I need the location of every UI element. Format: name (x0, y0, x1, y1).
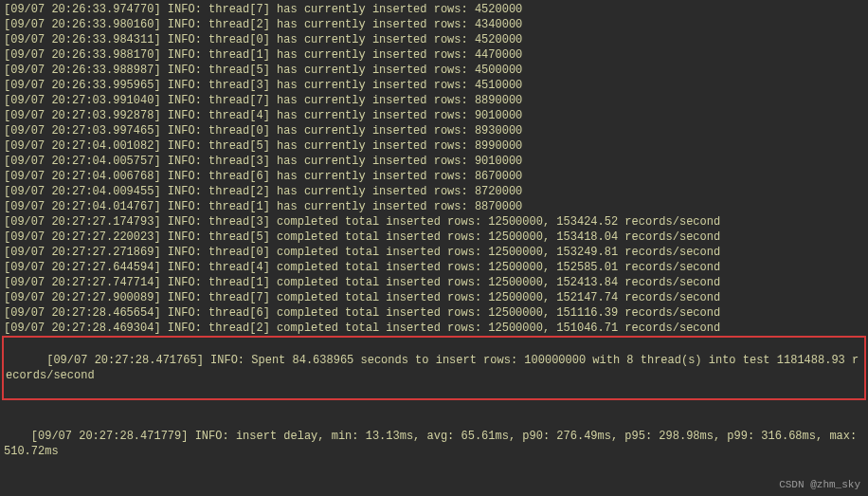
log-line: [09/07 20:27:04.006768] INFO: thread[6] … (4, 169, 864, 184)
thread-label: thread[1] (208, 276, 270, 289)
log-message: has currently inserted rows: 8930000 (277, 124, 522, 138)
watermark-label: CSDN @zhm_sky (779, 477, 860, 492)
log-line: [09/07 20:27:03.997465] INFO: thread[0] … (4, 123, 864, 138)
timestamp: [09/07 20:27:27.900089] (4, 291, 161, 304)
log-level: INFO: (168, 48, 202, 62)
log-message: has currently inserted rows: 4510000 (277, 79, 522, 92)
timestamp: [09/07 20:26:33.984311] (4, 33, 161, 46)
timestamp: [09/07 20:26:33.988987] (4, 64, 161, 77)
timestamp: [09/07 20:27:03.992878] (4, 109, 161, 122)
shell-prompt-line[interactable]: [root@localdomain TDengine-server]# (4, 487, 864, 496)
timestamp: [09/07 20:27:04.006768] (4, 170, 161, 183)
log-message: has currently inserted rows: 8720000 (277, 185, 522, 198)
thread-label: thread[0] (208, 124, 270, 138)
log-line: [09/07 20:27:28.465654] INFO: thread[6] … (4, 305, 864, 321)
timestamp: [09/07 20:27:03.997465] (4, 124, 161, 138)
log-line: [09/07 20:27:03.992878] INFO: thread[4] … (4, 108, 864, 123)
thread-label: thread[5] (208, 139, 270, 153)
log-message: has currently inserted rows: 4340000 (277, 18, 522, 31)
thread-label: thread[7] (208, 3, 270, 16)
log-message: completed total inserted rows: 12500000,… (277, 306, 720, 320)
timestamp: [09/07 20:26:33.995965] (4, 79, 161, 92)
log-level: INFO: (168, 124, 202, 138)
log-line: [09/07 20:27:27.220023] INFO: thread[5] … (4, 230, 864, 245)
thread-label: thread[4] (208, 261, 270, 274)
log-level: INFO: (168, 200, 202, 213)
log-line: [09/07 20:26:33.980160] INFO: thread[2] … (4, 17, 864, 32)
timestamp: [09/07 20:26:33.980160] (4, 18, 161, 31)
thread-label: thread[7] (208, 94, 270, 107)
thread-label: thread[5] (208, 64, 270, 77)
log-line: [09/07 20:26:33.988170] INFO: thread[1] … (4, 47, 864, 63)
log-message: has currently inserted rows: 8670000 (277, 170, 522, 183)
log-level: INFO: (168, 170, 202, 183)
log-level: INFO: (168, 215, 202, 229)
log-level: INFO: (168, 3, 202, 16)
log-level: INFO: (210, 354, 244, 367)
timestamp: [09/07 20:27:27.220023] (4, 230, 161, 244)
log-level: INFO: (168, 18, 202, 31)
log-level: INFO: (168, 261, 202, 274)
thread-label: thread[2] (208, 321, 270, 335)
timestamp: [09/07 20:27:28.471779] (31, 430, 189, 443)
thread-label: thread[2] (208, 18, 270, 31)
timestamp: [09/07 20:27:04.005757] (4, 155, 161, 168)
log-line: [09/07 20:27:27.271869] INFO: thread[0] … (4, 245, 864, 260)
log-line: [09/07 20:27:04.009455] INFO: thread[2] … (4, 184, 864, 199)
log-message: has currently inserted rows: 4520000 (277, 33, 522, 46)
log-level: INFO: (168, 230, 202, 244)
log-level: INFO: (168, 276, 202, 289)
log-message: completed total inserted rows: 12500000,… (277, 276, 720, 289)
log-message: has currently inserted rows: 8990000 (277, 139, 522, 153)
thread-label: thread[0] (208, 246, 270, 259)
log-message: has currently inserted rows: 4500000 (277, 64, 522, 77)
thread-label: thread[3] (208, 155, 270, 168)
timestamp: [09/07 20:26:33.974770] (4, 3, 161, 16)
log-level: INFO: (168, 64, 202, 77)
terminal-output[interactable]: [09/07 20:26:33.974770] INFO: thread[7] … (4, 2, 864, 496)
log-line: [09/07 20:27:27.644594] INFO: thread[4] … (4, 260, 864, 275)
log-level: INFO: (168, 321, 202, 335)
thread-label: thread[6] (208, 306, 270, 320)
timestamp: [09/07 20:27:28.469304] (4, 321, 161, 335)
log-level: INFO: (195, 430, 229, 443)
log-level: INFO: (168, 109, 202, 122)
log-level: INFO: (168, 139, 202, 153)
timestamp: [09/07 20:27:03.991040] (4, 94, 161, 107)
log-line: [09/07 20:26:33.974770] INFO: thread[7] … (4, 2, 864, 17)
log-level: INFO: (168, 306, 202, 320)
log-message: completed total inserted rows: 12500000,… (277, 230, 720, 244)
thread-label: thread[7] (208, 291, 270, 304)
log-line: [09/07 20:26:33.995965] INFO: thread[3] … (4, 78, 864, 93)
log-line: [09/07 20:27:27.174793] INFO: thread[3] … (4, 214, 864, 230)
timestamp: [09/07 20:27:27.644594] (4, 261, 161, 274)
log-message: has currently inserted rows: 4470000 (277, 48, 522, 62)
thread-label: thread[5] (208, 230, 270, 244)
timestamp: [09/07 20:27:27.174793] (4, 215, 161, 229)
log-message: completed total inserted rows: 12500000,… (277, 246, 720, 259)
log-message: has currently inserted rows: 9010000 (277, 109, 522, 122)
log-level: INFO: (168, 246, 202, 259)
timestamp: [09/07 20:27:27.271869] (4, 246, 161, 259)
timestamp: [09/07 20:27:27.747714] (4, 276, 161, 289)
thread-label: thread[3] (208, 79, 270, 92)
log-line: [09/07 20:27:04.001082] INFO: thread[5] … (4, 138, 864, 154)
log-level: INFO: (168, 33, 202, 46)
timestamp: [09/07 20:26:33.988170] (4, 48, 161, 62)
thread-label: thread[3] (208, 215, 270, 229)
log-level: INFO: (168, 94, 202, 107)
thread-label: thread[0] (208, 33, 270, 46)
log-line: [09/07 20:27:28.469304] INFO: thread[2] … (4, 321, 864, 336)
log-message: completed total inserted rows: 12500000,… (277, 261, 720, 274)
blank-line (4, 474, 864, 487)
log-message: has currently inserted rows: 8870000 (277, 200, 522, 213)
log-line: [09/07 20:27:27.747714] INFO: thread[1] … (4, 275, 864, 290)
log-message: completed total inserted rows: 12500000,… (277, 321, 720, 335)
timestamp: [09/07 20:27:28.465654] (4, 306, 161, 320)
summary-highlight-box: [09/07 20:27:28.471765] INFO: Spent 84.6… (2, 336, 866, 400)
timestamp: [09/07 20:27:04.014767] (4, 200, 161, 213)
log-line: [09/07 20:27:03.991040] INFO: thread[7] … (4, 93, 864, 108)
log-line: [09/07 20:27:04.014767] INFO: thread[1] … (4, 199, 864, 214)
blank-line (4, 400, 864, 413)
log-line-delay: [09/07 20:27:28.471779] INFO: insert del… (4, 413, 864, 474)
